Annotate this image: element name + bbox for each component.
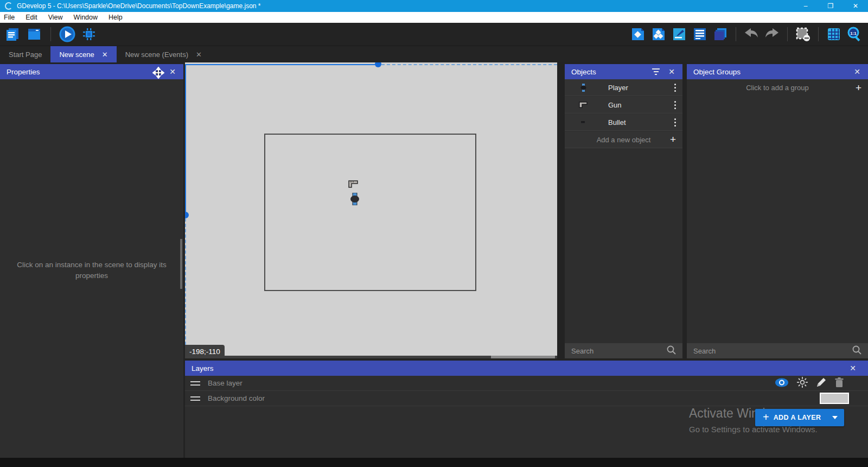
selection-handle-top[interactable]: [375, 62, 381, 67]
deselect-icon[interactable]: [795, 26, 811, 42]
layer-name: Base layer: [208, 379, 242, 387]
properties-close-icon[interactable]: ✕: [168, 67, 177, 76]
plus-icon[interactable]: +: [670, 134, 676, 146]
objects-editor-icon[interactable]: [630, 26, 646, 42]
properties-scrollbar[interactable]: [180, 239, 182, 289]
object-menu-icon[interactable]: [674, 84, 676, 92]
selection-border-left-dashed: [185, 218, 186, 356]
objects-close-icon[interactable]: ✕: [667, 67, 676, 76]
project-manager-icon[interactable]: [4, 26, 21, 42]
menu-help[interactable]: Help: [103, 12, 128, 23]
object-groups-close-icon[interactable]: ✕: [853, 67, 861, 76]
object-row-player[interactable]: Player: [565, 79, 682, 96]
window-bottom-edge: [0, 458, 868, 467]
object-name: Player: [608, 84, 628, 92]
tab-new-scene[interactable]: New scene ✕: [50, 46, 116, 62]
selection-border-top: [185, 64, 378, 65]
search-icon: [852, 345, 861, 356]
restore-button[interactable]: ❐: [818, 0, 843, 12]
tab-close-icon[interactable]: ✕: [196, 51, 202, 59]
object-groups-header: Object Groups ✕: [687, 64, 868, 79]
add-object-row[interactable]: Add a new object +: [565, 131, 682, 148]
game-window-border: [264, 134, 476, 291]
object-menu-icon[interactable]: [674, 118, 676, 127]
tab-close-icon[interactable]: ✕: [102, 51, 108, 59]
properties-icon[interactable]: [671, 26, 687, 42]
redo-icon[interactable]: [764, 26, 780, 42]
drag-handle-icon[interactable]: [190, 381, 200, 386]
layer-name: Background color: [208, 394, 265, 402]
dropdown-caret-icon[interactable]: [832, 416, 838, 419]
drag-handle-icon[interactable]: [190, 396, 200, 401]
visibility-eye-icon[interactable]: [775, 378, 789, 389]
minimize-button[interactable]: –: [793, 0, 818, 12]
properties-title: Properties: [7, 68, 40, 76]
object-groups-panel: Object Groups ✕ Click to add a group + S…: [687, 64, 868, 358]
object-row-gun[interactable]: Gun: [565, 97, 682, 113]
tab-new-scene-events[interactable]: New scene (Events) ✕: [117, 46, 210, 62]
delete-layer-trash-icon[interactable]: [834, 377, 844, 389]
bullet-thumbnail-icon: [577, 121, 590, 123]
layers-header: Layers ✕: [185, 361, 868, 376]
menu-file[interactable]: File: [0, 12, 20, 23]
menu-bar: File Edit View Window Help: [0, 12, 868, 23]
zoom-original-icon[interactable]: 1:1: [846, 26, 863, 42]
canvas-hscroll-thumb[interactable]: [491, 356, 555, 358]
object-menu-icon[interactable]: [674, 101, 676, 109]
menu-window[interactable]: Window: [68, 12, 103, 23]
properties-panel: Properties ✕ Click on an instance in the…: [0, 64, 183, 458]
objects-header: Objects ✕: [565, 64, 682, 79]
player-instance[interactable]: [350, 193, 360, 207]
tab-start-page[interactable]: Start Page: [0, 46, 50, 62]
gun-thumbnail-icon: [577, 102, 590, 108]
debugger-icon[interactable]: [81, 26, 97, 42]
filter-icon[interactable]: [652, 68, 660, 75]
object-name: Bullet: [608, 118, 626, 127]
close-button[interactable]: ✕: [843, 0, 868, 12]
editor-tab-bar: Start Page New scene ✕ New scene (Events…: [0, 46, 868, 62]
play-preview-icon[interactable]: [59, 26, 75, 42]
object-groups-icon[interactable]: [650, 26, 667, 42]
object-groups-title: Object Groups: [693, 68, 741, 76]
instances-list-icon[interactable]: [692, 26, 708, 42]
layer-row-base[interactable]: Base layer: [185, 376, 868, 391]
objects-panel: Objects ✕ Player Gun Bullet: [565, 64, 682, 358]
menu-edit[interactable]: Edit: [20, 12, 43, 23]
objects-title: Objects: [571, 68, 596, 76]
add-group-row[interactable]: Click to add a group +: [687, 79, 868, 96]
scene-canvas[interactable]: -198;-110: [185, 62, 557, 358]
layers-close-icon[interactable]: ✕: [848, 364, 857, 373]
gdevelop-window: GDevelop 5 - C:\Users\Sparkle\OneDrive\D…: [0, 0, 868, 467]
gun-instance[interactable]: [348, 180, 359, 191]
background-color-swatch[interactable]: [820, 393, 849, 404]
layers-title: Layers: [192, 364, 214, 373]
layers-panel: Layers ✕ Base layer: [185, 361, 868, 458]
layer-effects-icon[interactable]: [796, 376, 808, 390]
title-bar: GDevelop 5 - C:\Users\Sparkle\OneDrive\D…: [0, 0, 868, 12]
object-groups-search-input[interactable]: Search: [687, 343, 868, 358]
move-cursor-icon: [152, 67, 164, 80]
add-layer-button[interactable]: + ADD A LAYER: [755, 409, 844, 426]
object-name: Gun: [608, 101, 622, 109]
layer-row-background-color[interactable]: Background color: [185, 391, 868, 406]
start-page-icon[interactable]: [26, 26, 42, 42]
objects-search-input[interactable]: Search: [565, 343, 682, 358]
object-row-bullet[interactable]: Bullet: [565, 114, 682, 131]
properties-empty-message: Click on an instance in the scene to dis…: [11, 260, 173, 281]
plus-icon[interactable]: +: [856, 82, 861, 94]
window-title: GDevelop 5 - C:\Users\Sparkle\OneDrive\D…: [17, 2, 261, 10]
edit-layer-pencil-icon[interactable]: [816, 377, 827, 389]
grid-icon[interactable]: [826, 26, 842, 42]
menu-view[interactable]: View: [43, 12, 68, 23]
selection-border-top-dashed: [381, 64, 557, 65]
undo-icon[interactable]: [743, 26, 760, 42]
properties-header: Properties ✕: [0, 64, 183, 79]
gdevelop-logo-icon: [5, 2, 12, 10]
svg-text:1:1: 1:1: [850, 31, 857, 36]
main-toolbar: 1:1: [0, 23, 868, 46]
player-thumbnail-icon: [577, 84, 590, 92]
selection-handle-left[interactable]: [185, 212, 189, 218]
plus-icon: +: [763, 411, 769, 424]
layers-icon[interactable]: [712, 26, 729, 42]
search-icon: [667, 345, 676, 356]
